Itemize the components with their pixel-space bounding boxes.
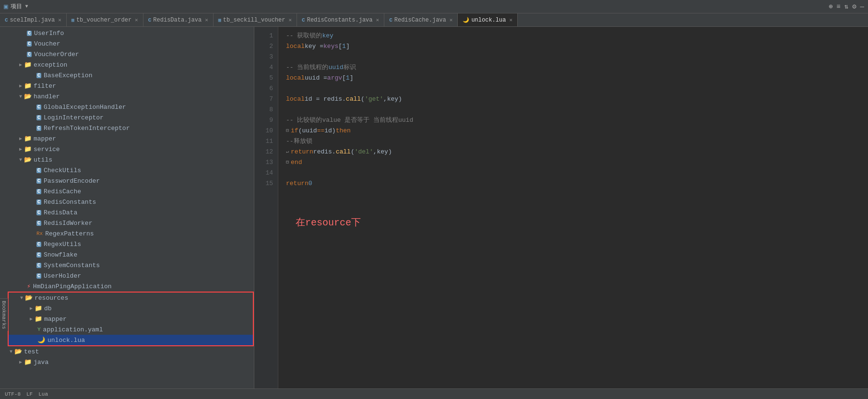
tree-item-redisconstants[interactable]: C RedisConstants [8, 197, 254, 207]
tree-item-db[interactable]: ▶ 📁 db [9, 303, 253, 314]
kw-if-line10: if [291, 126, 298, 136]
class-icon-redisconstants: C [36, 200, 41, 205]
code-line-11: --释放锁 [286, 136, 868, 147]
tree-item-checkutils[interactable]: C CheckUtils [8, 165, 254, 176]
folder-icon-utils: 📂 [24, 156, 32, 164]
tab-close-scelimpl[interactable]: ✕ [58, 17, 61, 23]
java-file-icon-rediscache: C [389, 17, 392, 23]
line-num-15: 15 [254, 178, 278, 189]
tab-close-unlock-lua[interactable]: ✕ [509, 17, 512, 23]
tab-redisdata[interactable]: C RedisData.java ✕ [143, 13, 214, 27]
line-num-3: 3 [254, 52, 278, 62]
tree-item-globalexceptionhandler[interactable]: C GlobalExceptionHandler [8, 102, 254, 112]
java-file-icon-redisconstants: C [302, 17, 305, 23]
kw-local-line7: local [286, 94, 305, 105]
tree-label-logininterceptor: LoginInterceptor [44, 114, 104, 121]
tree-item-test[interactable]: ▼ 📂 test [8, 346, 254, 357]
tree-item-passwordencoder[interactable]: C PasswordEncoder [8, 176, 254, 186]
tab-close-redisconstants[interactable]: ✕ [376, 17, 380, 23]
tree-item-exception[interactable]: ▶ 📁 exception [8, 59, 254, 70]
tree-label-snowflake: Snowflake [44, 251, 77, 258]
tree-item-redisidworker[interactable]: C RedisIdWorker [8, 218, 254, 228]
tree-item-utils[interactable]: ▼ 📂 utils [8, 154, 254, 165]
tree-label-baseexception: BaseException [44, 72, 92, 79]
tree-item-voucherorder[interactable]: C VoucherOrder [8, 49, 254, 59]
align-icon[interactable]: ≡ [836, 3, 840, 11]
status-encoding[interactable]: UTF-8 [5, 391, 21, 397]
top-bar: ▣ 项目 ▼ ⊕ ≡ ⇅ ⚙ — [0, 0, 868, 13]
tree-item-regexutils[interactable]: C RegexUtils [8, 239, 254, 249]
tree-item-snowflake[interactable]: C Snowflake [8, 249, 254, 260]
tab-close-rediscache[interactable]: ✕ [450, 17, 453, 23]
str-del-line12: 'del' [355, 147, 373, 157]
tree-label-redisconstants: RedisConstants [44, 199, 96, 206]
class-icon-voucher: C [27, 41, 32, 47]
fn-call-line7: call [346, 94, 361, 105]
folder-icon-test: 📂 [14, 348, 22, 355]
minimize-icon[interactable]: — [860, 3, 864, 11]
tree-item-hmdianpingapp[interactable]: ⚡ HmDianPingApplication [8, 281, 254, 292]
tab-redisconstants[interactable]: C RedisConstants.java ✕ [297, 13, 384, 27]
tree-label-filter: filter [34, 82, 56, 90]
line-numbers: 1 2 3 4 5 6 7 8 9 10 11 12 13 14 15 [254, 27, 278, 388]
tab-label-tb-seckill-voucher: tb_seckill_voucher [223, 17, 285, 23]
tree-item-systemconstants[interactable]: C SystemConstants [8, 260, 254, 270]
bracket-close-line5: ] [350, 73, 354, 83]
comma-key-line12: ,key) [373, 147, 392, 157]
tree-item-mapper-resources[interactable]: ▶ 📁 mapper [9, 314, 253, 324]
tree-item-resources[interactable]: ▼ 📂 resources [9, 293, 253, 303]
tree-item-userholder[interactable]: C UserHolder [8, 270, 254, 281]
settings-icon[interactable]: ⚙ [852, 2, 856, 11]
tree-item-userinfo[interactable]: C UserInfo [8, 28, 254, 38]
tree-item-baseexception[interactable]: C BaseException [8, 70, 254, 81]
dropdown-arrow-icon[interactable]: ▼ [25, 4, 28, 9]
tree-item-logininterceptor[interactable]: C LoginInterceptor [8, 112, 254, 123]
comment-line4: -- 当前线程的 [286, 62, 328, 73]
annotation-text: 在resource下 [296, 217, 361, 228]
tab-close-tb-seckill-voucher[interactable]: ✕ [288, 17, 292, 23]
tree-item-mapper[interactable]: ▶ 📁 mapper [8, 133, 254, 144]
tree-item-redisdata[interactable]: C RedisData [8, 207, 254, 218]
target-icon[interactable]: ⊕ [829, 2, 832, 11]
bookmarks-label: Bookmarks [0, 298, 8, 331]
editor: 1 2 3 4 5 6 7 8 9 10 11 12 13 14 15 - [254, 27, 868, 388]
tree-label-resources: resources [35, 294, 68, 302]
status-line-sep[interactable]: LF [26, 391, 33, 397]
sort-icon[interactable]: ⇅ [844, 2, 848, 11]
tree-item-filter[interactable]: ▶ 📁 filter [8, 81, 254, 91]
tree-item-service[interactable]: ▶ 📁 service [8, 144, 254, 154]
status-language[interactable]: Lua [38, 391, 48, 397]
code-area[interactable]: -- 获取锁的key local key = keys [ 1 ] -- 当前线… [278, 27, 868, 388]
var-redis-line12: redis. [313, 147, 336, 157]
tree-item-handler[interactable]: ▼ 📂 handler [8, 91, 254, 102]
tab-tb-voucher-order[interactable]: ▦ tb_voucher_order ✕ [67, 13, 143, 27]
tree-label-refreshtokeninterceptor: RefreshTokenInterceptor [44, 125, 130, 132]
class-icon-userholder: C [36, 273, 41, 279]
class-icon-passwordencoder: C [36, 178, 41, 184]
tree-item-voucher[interactable]: C Voucher [8, 38, 254, 49]
tree-item-unlock-lua[interactable]: 🌙 unlock.lua [9, 335, 253, 345]
comment2-line4: 标识 [344, 62, 356, 73]
tree-item-application-yaml[interactable]: Y application.yaml [9, 324, 253, 335]
tree-label-unlock-lua: unlock.lua [48, 337, 85, 344]
fold-marker-13: ⊟ [286, 157, 289, 168]
lua-file-icon-unlock: 🌙 [463, 17, 469, 23]
kw-local-line5: local [286, 73, 305, 83]
class-icon-rediscache: C [36, 189, 41, 194]
tab-scelimpl[interactable]: C scelImpl.java ✕ [0, 13, 67, 27]
tab-tb-seckill-voucher[interactable]: ▦ tb_seckill_voucher ✕ [214, 13, 297, 27]
editor-content: 1 2 3 4 5 6 7 8 9 10 11 12 13 14 15 - [254, 27, 868, 388]
tab-label-redisconstants: RedisConstants.java [307, 17, 373, 23]
tree-item-regexpatterns[interactable]: Rx RegexPatterns [8, 228, 254, 239]
tab-close-tb-voucher-order[interactable]: ✕ [135, 17, 138, 23]
tab-unlock-lua[interactable]: 🌙 unlock.lua ✕ [458, 13, 518, 27]
folder-icon-mapper: 📁 [24, 135, 32, 142]
tree-item-rediscache[interactable]: C RedisCache [8, 186, 254, 197]
tree-item-refreshtokeninterceptor[interactable]: C RefreshTokenInterceptor [8, 123, 254, 133]
kw-end-line13: end [291, 157, 302, 168]
code-line-2: local key = keys [ 1 ] [286, 41, 868, 52]
tab-rediscache[interactable]: C RedisCache.java ✕ [384, 13, 458, 27]
tab-close-redisdata[interactable]: ✕ [205, 17, 208, 23]
code-line-1: -- 获取锁的key [286, 31, 868, 41]
tree-item-java[interactable]: ▶ 📁 java [8, 357, 254, 367]
